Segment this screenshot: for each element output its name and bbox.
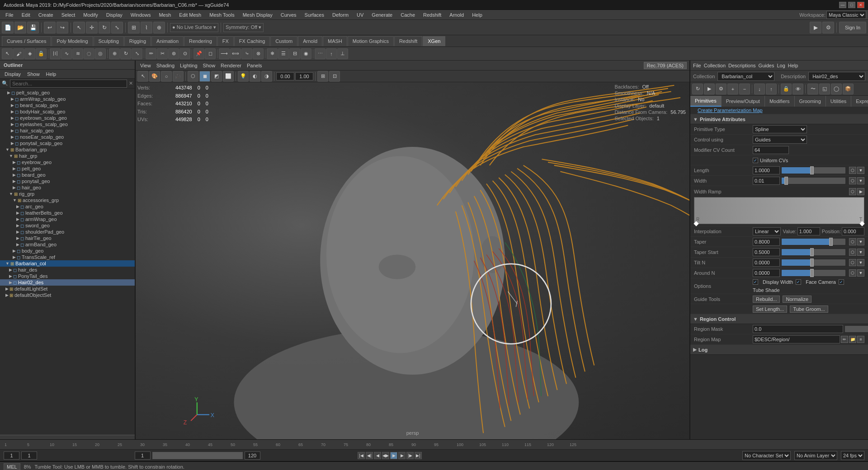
tree-item[interactable]: ▶◻bodyHair_scalp_geo: [0, 108, 135, 115]
taper-start-slider[interactable]: [782, 249, 845, 255]
vp-ao[interactable]: ◑: [261, 71, 272, 82]
xgen-tab-utilities[interactable]: Utilities: [826, 96, 851, 107]
modifier-cv-input[interactable]: [753, 146, 789, 154]
xgen-import[interactable]: ↓: [754, 84, 765, 94]
region-mask-input[interactable]: [753, 325, 843, 333]
ramp-expand-icon[interactable]: ▶: [857, 188, 864, 195]
xgen-tab-preview[interactable]: Preview/Output: [722, 96, 765, 107]
around-n-slider[interactable]: [782, 270, 845, 276]
width-slider[interactable]: [782, 178, 845, 184]
tab-xgen[interactable]: XGen: [423, 36, 445, 46]
tree-item[interactable]: ▶◻TransScale_ref: [0, 254, 135, 260]
icon-symmetry2[interactable]: ⊟: [289, 48, 300, 59]
description-select[interactable]: Hair02_des: [808, 72, 865, 81]
tab-rendering[interactable]: Rendering: [184, 36, 217, 46]
menu-generate[interactable]: Generate: [368, 11, 396, 19]
go-start-button[interactable]: |◀: [358, 452, 365, 459]
tree-item[interactable]: ▶◻armBand_geo: [0, 241, 135, 248]
outliner-scrollbar[interactable]: [0, 435, 135, 439]
region-map-folder-icon[interactable]: 📁: [849, 336, 856, 343]
vp-paint-sel[interactable]: 🎨: [149, 71, 160, 82]
ramp-marker-left[interactable]: [693, 221, 698, 226]
log-section-header[interactable]: ▶ Log: [690, 345, 868, 355]
icon-xray[interactable]: ☰: [278, 48, 289, 59]
xgen-tab-grooming[interactable]: Grooming: [795, 96, 826, 107]
icon-draw[interactable]: ✏: [146, 48, 156, 59]
tilt-n-connect-icon[interactable]: ⬡: [849, 259, 856, 266]
tilt-n-input[interactable]: [753, 258, 780, 267]
primitive-attrs-section-header[interactable]: ▼ Primitive Attributes: [690, 114, 868, 124]
tree-item[interactable]: ▶◻pelt_scalp_geo: [0, 89, 135, 96]
start-frame-input[interactable]: [4, 451, 19, 460]
icon-magnet[interactable]: ⊛: [168, 48, 179, 59]
ramp-marker-right[interactable]: [859, 221, 864, 226]
icon-cut[interactable]: ✂: [157, 48, 168, 59]
icon-select[interactable]: ↖: [2, 48, 13, 59]
maximize-button[interactable]: □: [848, 2, 855, 8]
icon-relax[interactable]: ⊙: [179, 48, 190, 59]
tree-item[interactable]: ▶⊞defaultLightSet: [0, 286, 135, 292]
outliner-menu-show[interactable]: Show: [24, 71, 42, 77]
xgen-export[interactable]: ↑: [766, 84, 777, 94]
rotate-tool[interactable]: ↻: [99, 22, 110, 33]
symmetry-button[interactable]: Symmetry: Off ▾: [223, 23, 264, 32]
around-n-connect-icon[interactable]: ⬡: [849, 269, 856, 277]
prev-frame-button[interactable]: ◀: [374, 452, 381, 459]
vp-lasso[interactable]: ○: [161, 71, 172, 82]
tree-item[interactable]: ▶◻ponytail_scalp_geo: [0, 140, 135, 146]
collection-select[interactable]: Barbarian_col: [717, 72, 774, 81]
xgen-card[interactable]: ◱: [819, 84, 830, 94]
xgen-archive[interactable]: 📦: [843, 84, 854, 94]
fps-select[interactable]: 24 fps: [841, 451, 864, 460]
tree-item[interactable]: ▼⊞rig_grp: [0, 191, 135, 197]
vp-grid-toggle[interactable]: ⊞: [317, 71, 328, 82]
close-button[interactable]: ✕: [857, 2, 864, 8]
icon-straighten[interactable]: ⟺: [230, 48, 241, 59]
tree-item[interactable]: ▼⊞accessories_grp: [0, 197, 135, 203]
range-bar[interactable]: [152, 452, 243, 459]
menu-create[interactable]: Create: [35, 11, 57, 19]
xgen-delete[interactable]: −: [739, 84, 750, 94]
icon-region[interactable]: ◈: [24, 48, 35, 59]
new-file-button[interactable]: 📄: [2, 22, 14, 33]
tree-item[interactable]: ▼⊞Barbarian_grp: [0, 146, 135, 153]
width-input[interactable]: [753, 177, 780, 185]
xgen-preview[interactable]: ▶: [704, 84, 715, 94]
select-tool[interactable]: ↖: [73, 22, 85, 33]
tree-item[interactable]: ▶◻sword_geo: [0, 222, 135, 229]
taper-input[interactable]: [753, 238, 780, 246]
xgen-add[interactable]: +: [727, 84, 738, 94]
tube-shade-checkbox[interactable]: [839, 279, 844, 285]
region-control-section-header[interactable]: ▼ Region Control: [690, 314, 868, 324]
xgen-settings[interactable]: ⚙: [716, 84, 726, 94]
tree-item[interactable]: ▶◻hairTie_geo: [0, 235, 135, 241]
tab-sculpting[interactable]: Sculpting: [94, 36, 124, 46]
interp-value-input[interactable]: [797, 227, 820, 235]
menu-windows[interactable]: Windows: [127, 11, 155, 19]
save-file-button[interactable]: 💾: [27, 22, 39, 33]
icon-brush[interactable]: ∿: [61, 48, 72, 59]
tilt-n-slider[interactable]: [782, 259, 845, 266]
tree-item[interactable]: ▶◻PonyTail_des: [0, 273, 135, 279]
vp-cam-tools[interactable]: 🎥: [173, 71, 184, 82]
tree-item[interactable]: ▶◻noseEar_scalp_geo: [0, 134, 135, 140]
length-slider[interactable]: [782, 167, 845, 174]
menu-uv[interactable]: UV: [353, 11, 367, 19]
tree-item[interactable]: ▶◻body_geo: [0, 248, 135, 254]
play-forward-button[interactable]: ▶: [390, 452, 397, 459]
icon-comb[interactable]: ≋: [72, 48, 83, 59]
around-n-input[interactable]: [753, 269, 780, 277]
snap-grid-button[interactable]: ⊞: [128, 22, 140, 33]
uniform-cvs-checkbox[interactable]: [753, 158, 758, 163]
xgen-refresh[interactable]: ↻: [692, 84, 703, 94]
taper-start-connect-icon[interactable]: ⬡: [849, 249, 856, 256]
xgen-menu-collection[interactable]: Collection: [704, 63, 726, 68]
menu-surfaces[interactable]: Surfaces: [301, 11, 328, 19]
xgen-spline[interactable]: 〜: [807, 84, 818, 94]
menu-help[interactable]: Help: [468, 11, 486, 19]
viewport-menu-show[interactable]: Show: [201, 63, 217, 68]
xgen-menu-guides[interactable]: Guides: [759, 63, 774, 68]
tilt-n-expr-icon[interactable]: ▼: [857, 259, 864, 266]
width-expr-icon[interactable]: ▼: [857, 177, 864, 184]
menu-mesh[interactable]: Mesh: [155, 11, 175, 19]
